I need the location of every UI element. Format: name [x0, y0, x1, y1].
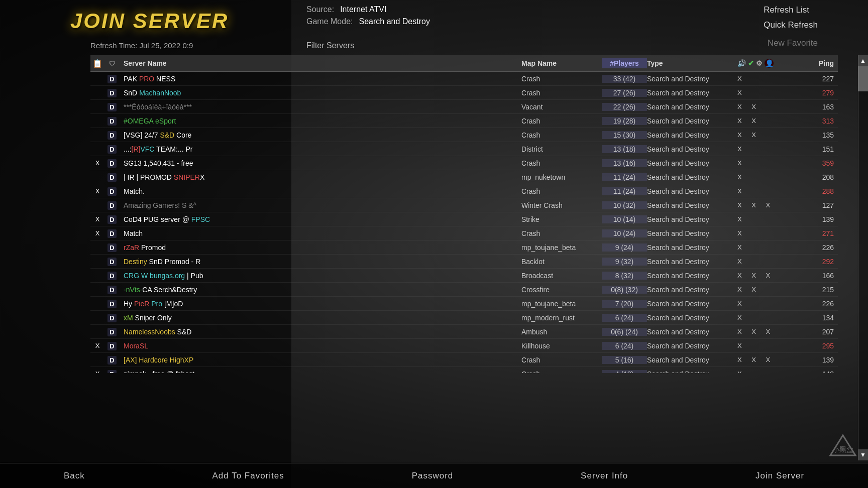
- row-ping: 215: [808, 286, 838, 294]
- table-row[interactable]: D[VSG] 24/7 S&D CoreCrash15 (30)Search a…: [90, 128, 838, 142]
- row-map-name: Crash: [521, 229, 602, 237]
- row-game-type: Search and Destroy: [647, 243, 737, 252]
- row-player-count: 11 (24): [602, 173, 647, 181]
- row-dedicated: D: [104, 258, 120, 266]
- row-dedicated: D: [104, 342, 120, 350]
- row-flags: X: [737, 187, 808, 195]
- row-flags: X: [737, 145, 808, 153]
- row-map-name: Ambush: [521, 328, 602, 336]
- col-header-type-label[interactable]: Type: [647, 59, 737, 67]
- row-ping: 151: [808, 145, 838, 153]
- row-player-count: 10 (32): [602, 201, 647, 209]
- row-map-name: mp_toujane_beta: [521, 243, 602, 252]
- back-button[interactable]: Back: [54, 467, 95, 485]
- row-flags: X: [737, 258, 808, 265]
- row-map-name: Broadcast: [521, 272, 602, 280]
- watermark-icon: 小黑盒: [828, 433, 858, 458]
- row-ping: 313: [808, 117, 838, 125]
- row-dedicated: D: [104, 370, 120, 374]
- row-flags: X: [737, 300, 808, 307]
- row-flags: X: [737, 314, 808, 321]
- row-flags: X: [737, 89, 808, 96]
- table-row[interactable]: DrZaR Promodmp_toujane_beta9 (24)Search …: [90, 240, 838, 255]
- table-row[interactable]: D| IR | PROMOD SNIPERXmp_nuketown11 (24)…: [90, 170, 838, 184]
- refresh-list-button[interactable]: Refresh List: [764, 5, 809, 15]
- watermark: 小黑盒: [823, 433, 863, 458]
- col-header-map[interactable]: Map Name: [521, 59, 602, 67]
- row-locked: X: [90, 159, 104, 167]
- row-ping: 139: [808, 215, 838, 223]
- row-dedicated: D: [104, 89, 120, 97]
- table-row[interactable]: D-nVts-CA Serch&DestryCrossfire0(8) (32)…: [90, 283, 838, 297]
- table-row[interactable]: XDMoraSLKillhouse6 (24)Search and Destro…: [90, 339, 838, 353]
- row-map-name: Crash: [521, 356, 602, 364]
- row-locked: X: [90, 342, 104, 349]
- table-row[interactable]: DxM Sniper Onlymp_modern_rust6 (24)Searc…: [90, 311, 838, 325]
- join-server-button[interactable]: Join Server: [745, 467, 814, 485]
- add-favorites-button[interactable]: Add To Favorites: [202, 467, 294, 485]
- col-header-players[interactable]: #Players: [602, 58, 647, 68]
- table-row[interactable]: D***Èóóoáíèà+ïàóèà***Vacant22 (26)Search…: [90, 100, 838, 114]
- row-server-name: SnD MachanNoob: [120, 89, 521, 97]
- source-label: Source:: [306, 5, 334, 14]
- row-game-type: Search and Destroy: [647, 229, 737, 237]
- top-info: Source: Internet ATVI Game Mode: Search …: [306, 5, 430, 29]
- row-map-name: Killhouse: [521, 342, 602, 350]
- row-dedicated: D: [104, 356, 120, 364]
- row-flags: X X: [737, 286, 808, 293]
- table-row[interactable]: DSnD MachanNoobCrash27 (26)Search and De…: [90, 86, 838, 100]
- row-map-name: Winter Crash: [521, 201, 602, 209]
- table-row[interactable]: DHy PieR Pro [M]oDmp_toujane_beta7 (20)S…: [90, 297, 838, 311]
- table-row[interactable]: XDCoD4 PUG server @ FPSCStrike10 (14)Sea…: [90, 212, 838, 226]
- row-game-type: Search and Destroy: [647, 215, 737, 223]
- row-dedicated: D: [104, 187, 120, 195]
- row-game-type: Search and Destroy: [647, 201, 737, 209]
- row-player-count: 13 (16): [602, 159, 647, 167]
- row-dedicated: D: [104, 103, 120, 111]
- quick-refresh-button[interactable]: Quick Refresh: [764, 20, 818, 30]
- row-player-count: 33 (42): [602, 75, 647, 83]
- row-server-name: [VSG] 24/7 S&D Core: [120, 131, 521, 139]
- table-row[interactable]: DPAK PRO NESSCrash33 (42)Search and Dest…: [90, 72, 838, 86]
- row-game-type: Search and Destroy: [647, 356, 737, 364]
- row-game-type: Search and Destroy: [647, 258, 737, 266]
- row-ping: 135: [808, 131, 838, 139]
- bottom-bar: Back Add To Favorites Password Server In…: [0, 463, 868, 488]
- table-row[interactable]: D...:[R]VFC TEAM:... PrDistrict13 (18)Se…: [90, 142, 838, 156]
- server-list: DPAK PRO NESSCrash33 (42)Search and Dest…: [90, 72, 838, 373]
- row-dedicated: D: [104, 286, 120, 294]
- row-server-name: Match: [120, 229, 521, 237]
- table-row[interactable]: D[AX] Hardcore HighXPCrash5 (16)Search a…: [90, 353, 838, 367]
- filter-servers-label[interactable]: Filter Servers: [306, 41, 354, 50]
- table-row[interactable]: XDMatchCrash10 (24)Search and Destroy X2…: [90, 226, 838, 240]
- table-row[interactable]: D#OMEGA eSportCrash19 (28)Search and Des…: [90, 114, 838, 128]
- table-row[interactable]: DAmazing Gamers! S &^Winter Crash10 (32)…: [90, 198, 838, 212]
- row-server-name: NamelessNoobs S&D: [120, 328, 521, 336]
- row-player-count: 0(8) (32): [602, 286, 647, 294]
- table-row[interactable]: DNamelessNoobs S&DAmbush0(6) (24)Search …: [90, 325, 838, 339]
- row-ping: 226: [808, 243, 838, 252]
- table-row[interactable]: DCRG W bungas.org | PubBroadcast8 (32)Se…: [90, 269, 838, 283]
- new-favorite-button[interactable]: New Favorite: [768, 38, 818, 48]
- scrollbar-up-button[interactable]: ▲: [858, 55, 868, 66]
- row-flags: X X X: [737, 328, 808, 335]
- server-info-button[interactable]: Server Info: [571, 467, 638, 485]
- row-server-name: -nVts-CA Serch&Destry: [120, 286, 521, 294]
- table-row[interactable]: XDSG13 1,540,431 - freeCrash13 (16)Searc…: [90, 156, 838, 170]
- table-row[interactable]: XDpimpek - free @ fshostCrash4 (12)Searc…: [90, 367, 838, 373]
- row-ping: 295: [808, 342, 838, 350]
- gamemode-value: Search and Destroy: [359, 17, 429, 26]
- row-ping: 208: [808, 173, 838, 181]
- scrollbar-thumb[interactable]: [858, 66, 868, 91]
- table-row[interactable]: XDMatch.Crash11 (24)Search and Destroy X…: [90, 184, 838, 198]
- row-server-name: xM Sniper Only: [120, 314, 521, 322]
- password-button[interactable]: Password: [402, 467, 464, 485]
- col-header-name[interactable]: Server Name: [120, 59, 521, 67]
- row-map-name: mp_toujane_beta: [521, 300, 602, 308]
- row-game-type: Search and Destroy: [647, 342, 737, 350]
- col-header-ping[interactable]: Ping: [808, 59, 838, 67]
- row-server-name: CRG W bungas.org | Pub: [120, 272, 521, 280]
- row-flags: X: [737, 215, 808, 223]
- row-ping: 166: [808, 272, 838, 280]
- table-row[interactable]: DDestiny SnD Promod - RBacklot9 (32)Sear…: [90, 255, 838, 269]
